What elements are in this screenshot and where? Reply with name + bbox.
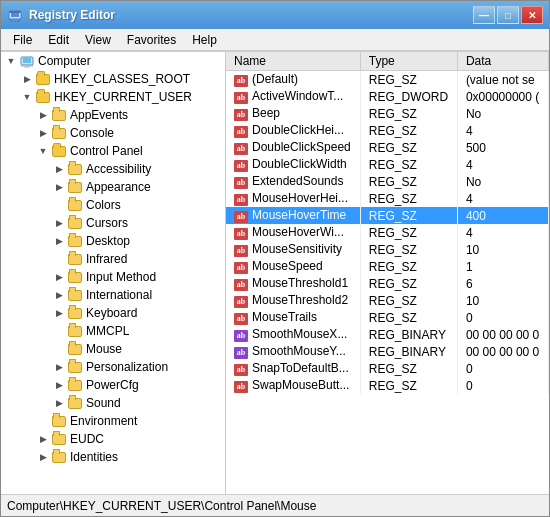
expander-appearance[interactable]: ▶ [51, 179, 67, 195]
expander-cursors[interactable]: ▶ [51, 215, 67, 231]
status-bar: Computer\HKEY_CURRENT_USER\Control Panel… [1, 494, 549, 516]
table-row[interactable]: abSwapMouseButt...REG_SZ0 [226, 377, 549, 394]
col-data[interactable]: Data [457, 52, 548, 71]
menu-view[interactable]: View [77, 31, 119, 49]
value-data: 00 00 00 00 0 [457, 326, 548, 343]
folder-icon-hkcu [35, 90, 51, 104]
folder-icon-mmcpl [67, 324, 83, 338]
close-button[interactable]: ✕ [521, 6, 543, 24]
tree-label-inputmethod: Input Method [86, 270, 156, 284]
col-name[interactable]: Name [226, 52, 360, 71]
table-row[interactable]: abSmoothMouseY...REG_BINARY00 00 00 00 0 [226, 343, 549, 360]
tree-item-keyboard[interactable]: ▶ Keyboard [1, 304, 225, 322]
tree-item-identities[interactable]: ▶ Identities [1, 448, 225, 466]
expander-eudc[interactable]: ▶ [35, 431, 51, 447]
table-row[interactable]: abMouseHoverWi...REG_SZ4 [226, 224, 549, 241]
table-row[interactable]: abMouseHoverHei...REG_SZ4 [226, 190, 549, 207]
expander-console[interactable]: ▶ [35, 125, 51, 141]
maximize-button[interactable]: □ [497, 6, 519, 24]
table-row[interactable]: abDoubleClickSpeedREG_SZ500 [226, 139, 549, 156]
folder-icon-personalization [67, 360, 83, 374]
value-data: 0x00000000 ( [457, 88, 548, 105]
tree-item-accessibility[interactable]: ▶ Accessibility [1, 160, 225, 178]
table-row[interactable]: abDoubleClickWidthREG_SZ4 [226, 156, 549, 173]
tree-item-appevents[interactable]: ▶ AppEvents [1, 106, 225, 124]
minimize-button[interactable]: — [473, 6, 495, 24]
expander-powercfg[interactable]: ▶ [51, 377, 67, 393]
value-data: 400 [457, 207, 548, 224]
values-panel[interactable]: Name Type Data ab(Default)REG_SZ(value n… [226, 52, 549, 494]
value-data: 4 [457, 156, 548, 173]
value-data: 4 [457, 122, 548, 139]
expander-accessibility[interactable]: ▶ [51, 161, 67, 177]
table-row[interactable]: abActiveWindowT...REG_DWORD0x00000000 ( [226, 88, 549, 105]
expander-computer[interactable]: ▼ [3, 53, 19, 69]
menu-file[interactable]: File [5, 31, 40, 49]
tree-label-mmcpl: MMCPL [86, 324, 129, 338]
tree-item-colors[interactable]: ▶ Colors [1, 196, 225, 214]
folder-icon-international [67, 288, 83, 302]
expander-controlpanel[interactable]: ▼ [35, 143, 51, 159]
tree-item-eudc[interactable]: ▶ EUDC [1, 430, 225, 448]
value-name: abMouseSensitivity [226, 241, 360, 258]
tree-item-console[interactable]: ▶ Console [1, 124, 225, 142]
tree-item-personalization[interactable]: ▶ Personalization [1, 358, 225, 376]
table-row[interactable]: abSnapToDefaultB...REG_SZ0 [226, 360, 549, 377]
tree-item-hkcr[interactable]: ▶ HKEY_CLASSES_ROOT [1, 70, 225, 88]
status-path: Computer\HKEY_CURRENT_USER\Control Panel… [7, 499, 316, 513]
expander-identities[interactable]: ▶ [35, 449, 51, 465]
table-row[interactable]: abMouseTrailsREG_SZ0 [226, 309, 549, 326]
tree-label-powercfg: PowerCfg [86, 378, 139, 392]
values-table: Name Type Data ab(Default)REG_SZ(value n… [226, 52, 549, 394]
tree-item-mmcpl[interactable]: ▶ MMCPL [1, 322, 225, 340]
tree-item-infrared[interactable]: ▶ Infrared [1, 250, 225, 268]
expander-hkcr[interactable]: ▶ [19, 71, 35, 87]
table-row[interactable]: abMouseThreshold2REG_SZ10 [226, 292, 549, 309]
table-row[interactable]: ab(Default)REG_SZ(value not se [226, 71, 549, 89]
table-row[interactable]: abMouseHoverTimeREG_SZ400 [226, 207, 549, 224]
col-type[interactable]: Type [360, 52, 457, 71]
table-row[interactable]: abBeepREG_SZNo [226, 105, 549, 122]
folder-icon-infrared [67, 252, 83, 266]
tree-item-powercfg[interactable]: ▶ PowerCfg [1, 376, 225, 394]
tree-label-infrared: Infrared [86, 252, 127, 266]
tree-item-environment[interactable]: ▶ Environment [1, 412, 225, 430]
menu-favorites[interactable]: Favorites [119, 31, 184, 49]
tree-item-computer[interactable]: ▼ Computer [1, 52, 225, 70]
expander-desktop[interactable]: ▶ [51, 233, 67, 249]
table-row[interactable]: abExtendedSoundsREG_SZNo [226, 173, 549, 190]
table-row[interactable]: abMouseThreshold1REG_SZ6 [226, 275, 549, 292]
expander-appevents[interactable]: ▶ [35, 107, 51, 123]
value-type: REG_DWORD [360, 88, 457, 105]
tree-item-sound[interactable]: ▶ Sound [1, 394, 225, 412]
menu-help[interactable]: Help [184, 31, 225, 49]
value-name: ab(Default) [226, 71, 360, 89]
expander-international[interactable]: ▶ [51, 287, 67, 303]
tree-item-mouse[interactable]: ▶ Mouse [1, 340, 225, 358]
value-name: abSmoothMouseX... [226, 326, 360, 343]
table-row[interactable]: abMouseSpeedREG_SZ1 [226, 258, 549, 275]
svg-rect-7 [23, 58, 31, 63]
tree-item-desktop[interactable]: ▶ Desktop [1, 232, 225, 250]
table-row[interactable]: abDoubleClickHei...REG_SZ4 [226, 122, 549, 139]
tree-item-international[interactable]: ▶ International [1, 286, 225, 304]
expander-personalization[interactable]: ▶ [51, 359, 67, 375]
menu-edit[interactable]: Edit [40, 31, 77, 49]
value-data: 0 [457, 360, 548, 377]
value-data: No [457, 105, 548, 122]
table-row[interactable]: abMouseSensitivityREG_SZ10 [226, 241, 549, 258]
expander-hkcu[interactable]: ▼ [19, 89, 35, 105]
table-row[interactable]: abSmoothMouseX...REG_BINARY00 00 00 00 0 [226, 326, 549, 343]
tree-panel[interactable]: ▼ Computer ▶ HKEY_CLASSES_ROOT [1, 52, 226, 494]
tree-item-hkcu[interactable]: ▼ HKEY_CURRENT_USER [1, 88, 225, 106]
expander-keyboard[interactable]: ▶ [51, 305, 67, 321]
svg-rect-9 [24, 66, 30, 67]
tree-item-inputmethod[interactable]: ▶ Input Method [1, 268, 225, 286]
tree-label-eudc: EUDC [70, 432, 104, 446]
value-name: abMouseThreshold2 [226, 292, 360, 309]
expander-sound[interactable]: ▶ [51, 395, 67, 411]
tree-item-cursors[interactable]: ▶ Cursors [1, 214, 225, 232]
tree-item-controlpanel[interactable]: ▼ Control Panel [1, 142, 225, 160]
expander-inputmethod[interactable]: ▶ [51, 269, 67, 285]
tree-item-appearance[interactable]: ▶ Appearance [1, 178, 225, 196]
